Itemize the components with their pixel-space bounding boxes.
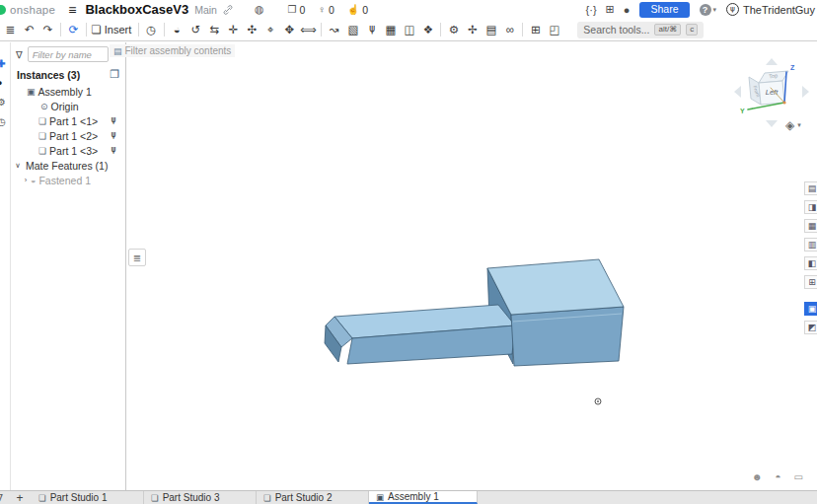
origin-marker[interactable] — [595, 398, 601, 404]
display-options-button[interactable]: ◈ ▾ — [785, 118, 801, 132]
assembly-tree-toggle-button[interactable]: ≣ — [2, 21, 20, 38]
toolbar-divider — [164, 23, 165, 36]
tab-part-studio-3[interactable]: ❏ Part Studio 3 — [144, 491, 257, 504]
feedback-icon[interactable]: ☻ — [752, 471, 763, 482]
search-tools-input[interactable]: Search tools... alt/⌘ c — [577, 22, 704, 38]
insert-button[interactable]: ❏ Insert — [91, 21, 135, 38]
ball-mate-button[interactable]: ✥ — [280, 21, 298, 38]
tab-assembly-1-icon: ▣ — [376, 492, 384, 502]
mate-connector-icon: ⋔ — [367, 23, 377, 36]
parts-list-panel-tab[interactable]: ▣ — [804, 302, 817, 316]
slider-mate-button[interactable]: ⇆ — [205, 21, 223, 38]
bom-table-button[interactable]: ⊞ — [527, 21, 545, 38]
part-instance-model[interactable] — [325, 259, 624, 366]
tree-item-icon: ❏ — [38, 146, 46, 156]
model-canvas[interactable] — [126, 42, 817, 490]
app-store-icon[interactable]: ⊞ — [606, 3, 615, 16]
tree-mate-features[interactable]: ∨ Mate Features (1) — [11, 158, 125, 173]
tree-assembly-1[interactable]: ▣ Assembly 1 — [11, 84, 125, 99]
graphics-viewport[interactable]: ≣ — [126, 42, 817, 490]
box-front-face[interactable] — [511, 307, 624, 366]
history-button[interactable]: ◷ — [142, 21, 160, 38]
cylindrical-mate-button[interactable]: ✣ — [243, 21, 260, 38]
configurations-panel-tab[interactable]: ▤ — [804, 181, 817, 195]
release-management-panel-tab[interactable]: ◨ — [804, 200, 817, 214]
main-menu-button[interactable]: ≡ — [68, 3, 76, 17]
copies-count[interactable]: ❐ 0 — [288, 4, 306, 16]
code-brackets-icon[interactable]: {·} — [586, 4, 597, 16]
screw-relation-button[interactable]: ✢ — [464, 21, 482, 38]
rack-pinion-relation-button[interactable]: ▤ — [483, 21, 500, 38]
tree-item-icon: ❏ — [38, 131, 46, 141]
comments-panel-tab-icon: ◧ — [808, 258, 817, 268]
tab-part-studio-2[interactable]: ❏ Part Studio 2 — [257, 491, 369, 504]
filter-contents-icon: ▤ — [113, 46, 122, 56]
instances-panel-handle[interactable]: ≣ — [128, 249, 146, 266]
copy-link-icon[interactable] — [223, 5, 233, 15]
assembly-tree-toggle-icon: ≣ — [6, 23, 16, 36]
tangent-mate-button[interactable]: ↝ — [326, 21, 343, 38]
tree-part-1-3[interactable]: ❏ Part 1 <3> ⋔ — [11, 143, 125, 158]
properties-panel-tab[interactable]: ▥ — [804, 238, 817, 252]
gear-relation-button[interactable]: ⚙ — [445, 21, 463, 38]
notifications-icon[interactable]: ● — [624, 4, 631, 16]
likes-count[interactable]: ☝ 0 — [347, 4, 368, 16]
planar-mate-button[interactable]: ✛ — [224, 21, 242, 38]
undo-button[interactable]: ↶ — [21, 21, 38, 38]
mate-connector-icon[interactable]: ⋔ — [110, 145, 117, 156]
pin-slot-mate-icon: ⌖ — [267, 24, 273, 36]
tab-assembly-1[interactable]: ▣ Assembly 1 — [369, 491, 478, 504]
account-settings-icon[interactable]: ⚙ — [0, 98, 6, 108]
user-avatar-mini-icon[interactable]: ● — [0, 79, 2, 88]
z-axis-label: Z — [790, 64, 795, 71]
onshape-logo-icon — [0, 5, 6, 15]
tree-part-1-2[interactable]: ❏ Part 1 <2> ⋔ — [11, 128, 125, 143]
filter-input[interactable] — [28, 46, 109, 62]
update-linked-documents-button[interactable]: ⟳ — [65, 21, 83, 38]
group-button[interactable]: ▧ — [344, 21, 362, 38]
camera-icon[interactable]: ◓ — [776, 471, 781, 482]
branch-name[interactable]: Main — [194, 4, 217, 16]
exploded-view-button[interactable]: ◰ — [546, 21, 563, 38]
expander-icon[interactable]: › — [21, 176, 31, 184]
circular-pattern-button[interactable]: ❖ — [419, 21, 437, 38]
activity-history-icon[interactable]: ◷ — [0, 117, 6, 127]
filter-icon[interactable]: ∇ — [16, 49, 23, 60]
bom-panel-tab[interactable]: ⊞ — [804, 275, 817, 289]
tree-origin[interactable]: ⊙ Origin — [11, 99, 125, 113]
tree-fastened-1[interactable]: › ◒ Fastened 1 — [11, 173, 125, 187]
mate-connector-icon[interactable]: ⋔ — [110, 130, 117, 141]
monitor-icon[interactable]: ▭ — [794, 471, 803, 482]
tab-part-studio-3-label: Part Studio 3 — [163, 492, 220, 503]
comments-panel-tab[interactable]: ◧ — [804, 256, 817, 270]
add-tab-button[interactable]: + — [8, 491, 32, 504]
versions-panel-tab[interactable]: ◩ — [804, 321, 817, 334]
followers-count[interactable]: ♀ 0 — [318, 4, 334, 16]
public-globe-icon: ◍ — [255, 3, 264, 16]
expander-icon[interactable]: ∨ — [13, 161, 23, 170]
user-avatar[interactable]: ⋔ — [726, 3, 739, 16]
create-document-button-icon[interactable]: ✚ — [0, 59, 5, 69]
help-menu-button[interactable]: ? ▾ — [700, 4, 717, 16]
manage-tabs-icon[interactable]: ∇ — [0, 491, 8, 504]
share-button[interactable]: Share — [639, 2, 689, 18]
box-top-face[interactable] — [487, 259, 624, 315]
filter-tooltip-text: Filter assembly contents — [125, 45, 232, 56]
fastened-mate-button[interactable]: ◒ — [168, 21, 186, 38]
tree-part-1-1[interactable]: ❏ Part 1 <1> ⋔ — [11, 113, 125, 128]
replicate-button[interactable]: ▦ — [382, 21, 400, 38]
pin-slot-mate-button[interactable]: ⌖ — [261, 21, 279, 38]
mate-connector-icon[interactable]: ⋔ — [110, 115, 117, 126]
revolute-mate-button[interactable]: ↺ — [186, 21, 204, 38]
redo-button[interactable]: ↷ — [39, 21, 57, 38]
custom-tables-panel-tab[interactable]: ▦ — [804, 219, 817, 233]
belt-relation-button[interactable]: ∞ — [501, 21, 519, 38]
tree-item-icon: ▣ — [27, 87, 36, 97]
parts-list-panel-tab-icon: ▣ — [808, 304, 817, 314]
tab-part-studio-1[interactable]: ❏ Part Studio 1 — [32, 491, 144, 504]
parallel-mate-button[interactable]: ⟺ — [299, 21, 318, 38]
instances-panel: ∇ Instances (3) ❐ ▣ Assembly 1 ⊙ Origin — [11, 42, 126, 490]
insert-folder-icon[interactable]: ❐ — [110, 68, 119, 81]
linear-pattern-button[interactable]: ◫ — [401, 21, 418, 38]
mate-connector-button[interactable]: ⋔ — [363, 21, 381, 38]
